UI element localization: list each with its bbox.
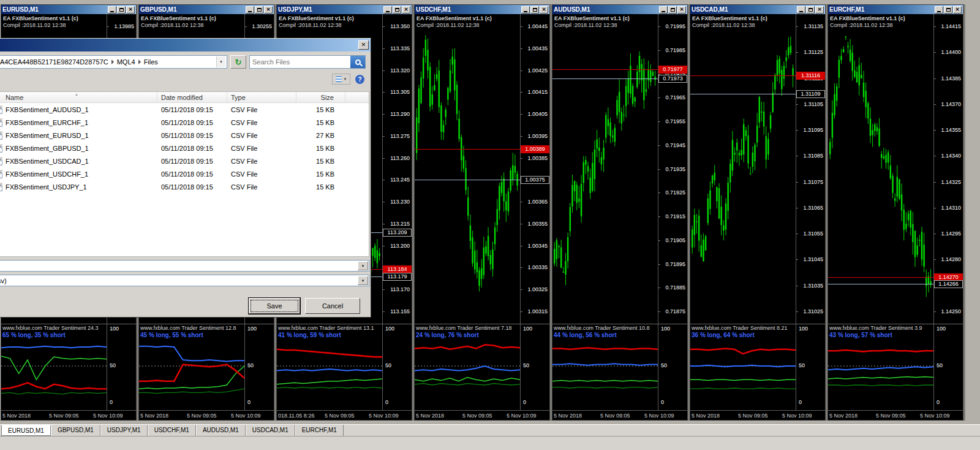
restore-button[interactable]: [806, 6, 815, 13]
bid-price-line[interactable]: [828, 277, 933, 278]
sentiment-pane[interactable]: www.fxblue.com Trader Sentiment 12.8 45 …: [139, 324, 244, 410]
minimize-button[interactable]: [246, 6, 254, 13]
save-button[interactable]: Save: [249, 298, 300, 314]
chart-tab[interactable]: EURCHF,M1: [295, 425, 344, 436]
address-dropdown-button[interactable]: ▼: [216, 56, 225, 67]
chart-titlebar[interactable]: AUDUSD,M1 ✕: [552, 5, 687, 14]
sentiment-pane[interactable]: www.fxblue.com Trader Sentiment 13.1 41 …: [277, 324, 382, 410]
bid-price-line[interactable]: [690, 75, 796, 76]
close-button[interactable]: ✕: [815, 6, 824, 13]
chart-area[interactable]: EA FXBlueSentiment v1.1 (c) Compil :2018…: [690, 14, 825, 420]
file-row[interactable]: FXBSentiment_EURUSD_1 05/11/2018 09:15 C…: [0, 129, 369, 142]
refresh-button[interactable]: ↻: [230, 55, 246, 69]
help-button[interactable]: ?: [355, 75, 364, 84]
file-row[interactable]: FXBSentiment_USDCHF_1 05/11/2018 09:15 C…: [0, 167, 369, 180]
restore-button[interactable]: [944, 6, 952, 13]
sentiment-pane[interactable]: www.fxblue.com Trader Sentiment 24.3 65 …: [1, 324, 107, 410]
close-button[interactable]: ✕: [540, 6, 548, 13]
column-header-name[interactable]: Name ▲: [0, 92, 157, 102]
close-button[interactable]: ✕: [126, 6, 135, 13]
chart-titlebar[interactable]: USDCAD,M1 ✕: [690, 5, 825, 14]
price-level-line[interactable]: [828, 284, 933, 284]
chart-titlebar[interactable]: EURCHF,M1 ✕: [828, 5, 963, 14]
bid-price-line[interactable]: [552, 69, 658, 70]
price-scale[interactable]: 1.311351.311251.311151.311051.310951.310…: [796, 14, 825, 324]
price-level-line[interactable]: [552, 78, 658, 79]
file-row[interactable]: FXBSentiment_GBPUSD_1 05/11/2018 09:15 C…: [0, 142, 369, 154]
change-view-button[interactable]: ▼: [332, 74, 350, 85]
column-header-date[interactable]: Date modified: [157, 92, 227, 102]
restore-button[interactable]: [255, 6, 263, 13]
close-button[interactable]: ✕: [264, 6, 273, 13]
combo-dropdown-button[interactable]: ▼: [358, 261, 368, 270]
price-scale[interactable]: 0.719950.719850.719750.719650.719550.719…: [658, 14, 687, 324]
column-header-size[interactable]: Size: [296, 92, 345, 102]
minimize-button[interactable]: [521, 6, 530, 13]
chart-area[interactable]: EA FXBlueSentiment v1.1 (c) Compil :2018…: [828, 14, 963, 420]
close-button[interactable]: ✕: [402, 6, 410, 13]
chart-titlebar[interactable]: EURUSD,M1 ✕: [1, 5, 136, 14]
combo-dropdown-button[interactable]: ▼: [358, 276, 368, 285]
main-pane[interactable]: EA FXBlueSentiment v1.1 (c) Compil :2018…: [690, 14, 796, 324]
dialog-close-button[interactable]: ✕: [358, 40, 369, 50]
breadcrumb-mql4[interactable]: MQL4: [115, 58, 137, 66]
breadcrumb-files[interactable]: Files: [142, 58, 160, 66]
dialog-titlebar[interactable]: ✕: [0, 39, 371, 51]
sentiment-pane[interactable]: www.fxblue.com Trader Sentiment 3.9 43 %…: [828, 324, 933, 410]
close-button[interactable]: ✕: [953, 6, 962, 13]
chart-tab[interactable]: USDCHF,M1: [148, 425, 196, 436]
sentiment-scale: 100500: [796, 324, 825, 410]
search-button[interactable]: [350, 56, 365, 68]
minimize-button[interactable]: [659, 6, 668, 13]
minimize-button[interactable]: [935, 6, 943, 13]
chart-tab[interactable]: USDCAD,M1: [246, 425, 295, 436]
chart-area[interactable]: EA FXBlueSentiment v1.1 (c) Compil :2018…: [415, 14, 549, 420]
file-row[interactable]: FXBSentiment_USDJPY_1 05/11/2018 09:15 C…: [0, 180, 369, 193]
restore-button[interactable]: [668, 6, 677, 13]
chart-tab[interactable]: EURUSD,M1: [1, 425, 51, 436]
chart-titlebar[interactable]: GBPUSD,M1 ✕: [139, 5, 274, 14]
minimize-button[interactable]: [108, 6, 116, 13]
chart-titlebar[interactable]: USDCHF,M1 ✕: [415, 5, 549, 14]
search-input[interactable]: [250, 58, 350, 66]
chart-tab[interactable]: USDJPY,M1: [100, 425, 148, 436]
price-tick-label: 1.14370: [934, 101, 963, 107]
time-label: 5 Nov 09:05: [187, 413, 217, 419]
close-icon: ✕: [818, 7, 822, 12]
address-folder-hash[interactable]: 9BEFA4CEA448B52171E98274D28757C: [0, 58, 110, 66]
file-row[interactable]: FXBSentiment_EURCHF_1 05/11/2018 09:15 C…: [0, 116, 369, 129]
main-pane[interactable]: EA FXBlueSentiment v1.1 (c) Compil :2018…: [415, 14, 520, 324]
price-scale[interactable]: 1.004451.004351.004251.004151.004051.003…: [520, 14, 549, 324]
price-level-line[interactable]: [415, 180, 520, 180]
cancel-button[interactable]: Cancel: [305, 298, 360, 314]
chart-tab[interactable]: AUDUSD,M1: [196, 425, 246, 436]
restore-button[interactable]: [530, 6, 539, 13]
price-level-line[interactable]: [690, 94, 796, 94]
chart-titlebar[interactable]: USDJPY,M1 ✕: [277, 5, 412, 14]
price-scale[interactable]: 113.350113.335113.320113.305113.290113.2…: [382, 14, 412, 324]
file-row[interactable]: FXBSentiment_USDCAD_1 05/11/2018 09:15 C…: [0, 154, 369, 167]
chart-area[interactable]: EA FXBlueSentiment v1.1 (c) Compil :2018…: [552, 14, 687, 420]
file-type-combobox[interactable]: xt (*.csv) ▼: [0, 275, 369, 286]
price-scale[interactable]: 1.144151.144001.143851.143701.143551.143…: [933, 14, 963, 324]
file-row[interactable]: FXBSentiment_AUDUSD_1 05/11/2018 09:15 C…: [0, 103, 369, 116]
restore-button[interactable]: [393, 6, 401, 13]
minimize-button[interactable]: [383, 6, 392, 13]
price-tick-label: 1.00435: [521, 45, 549, 51]
chart-tab[interactable]: GBPUSD,M1: [51, 425, 100, 436]
minimize-icon: [799, 11, 803, 12]
column-header-type[interactable]: Type: [227, 92, 296, 102]
restore-button[interactable]: [117, 6, 126, 13]
sentiment-pane[interactable]: www.fxblue.com Trader Sentiment 8.21 36 …: [690, 324, 796, 410]
close-button[interactable]: ✕: [677, 6, 686, 13]
main-pane[interactable]: EA FXBlueSentiment v1.1 (c) Compil :2018…: [828, 14, 933, 324]
bid-price-line[interactable]: [415, 149, 520, 150]
sentiment-pane[interactable]: www.fxblue.com Trader Sentiment 10.8 44 …: [552, 324, 658, 410]
sentiment-pane[interactable]: www.fxblue.com Trader Sentiment 7.18 24 …: [415, 324, 520, 410]
file-name: FXBSentiment_USDCHF_1: [6, 170, 88, 178]
price-level-box: 1.14266: [934, 280, 963, 288]
minimize-button[interactable]: [797, 6, 805, 13]
file-name-combobox[interactable]: ▼: [0, 260, 369, 272]
address-bar[interactable]: 9BEFA4CEA448B52171E98274D28757C MQL4 Fil…: [0, 55, 227, 69]
main-pane[interactable]: EA FXBlueSentiment v1.1 (c) Compil :2018…: [552, 14, 658, 324]
